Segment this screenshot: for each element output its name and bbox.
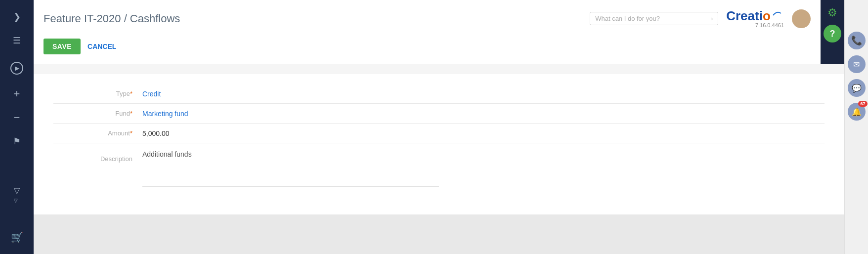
logo-o: o — [763, 8, 771, 23]
main-container: Feature IT-2020 / Cashflows What can I d… — [34, 0, 844, 254]
footer — [34, 214, 844, 254]
logo-atio: ati — [748, 8, 763, 23]
logo-cre: Cre — [726, 8, 747, 23]
sidebar-flag[interactable]: ⚑ — [6, 130, 28, 152]
minus-icon: − — [14, 111, 20, 124]
fund-required: * — [130, 110, 132, 117]
chevron-right-icon: ❯ — [13, 11, 21, 22]
logo-swoosh — [772, 4, 782, 19]
sidebar-menu[interactable]: ☰ — [6, 30, 28, 51]
help-icon[interactable]: ? — [824, 25, 841, 42]
search-chevron-icon: › — [711, 15, 713, 22]
bell-icon-button[interactable]: 🔔 67 — [848, 103, 866, 121]
sidebar-minus[interactable]: − — [6, 107, 28, 128]
page-title: Feature IT-2020 / Cashflows — [43, 12, 180, 25]
bell-icon: 🔔 — [852, 107, 862, 117]
svg-point-0 — [797, 12, 805, 20]
flag-icon: ⚑ — [13, 136, 21, 147]
header-side-icons: ⚙ ? — [821, 0, 844, 64]
phone-icon: 📞 — [851, 35, 862, 46]
form-inner: Type* Credit Fund* Marketing fund Amount… — [34, 74, 844, 214]
gear-icon[interactable]: ⚙ — [824, 4, 841, 22]
logo-area: Creatio 7.16.0.4461 — [726, 9, 784, 28]
search-placeholder: What can I do for you? — [595, 15, 711, 22]
form-row-description: Description Additional funds — [53, 143, 825, 192]
header-actions: SAVE CANCEL — [43, 39, 811, 58]
play-icon: ▶ — [10, 62, 23, 75]
notification-badge: 67 — [858, 101, 867, 107]
menu-icon: ☰ — [13, 35, 21, 46]
amount-label: Amount* — [53, 128, 142, 137]
form-row-type: Type* Credit — [53, 84, 825, 104]
type-value[interactable]: Credit — [142, 89, 439, 98]
plus-icon: + — [14, 87, 20, 100]
form-row-amount: Amount* 5,000.00 — [53, 124, 825, 143]
form-container: Type* Credit Fund* Marketing fund Amount… — [34, 64, 844, 214]
amount-value[interactable]: 5,000.00 — [142, 128, 439, 137]
fund-label: Fund* — [53, 109, 142, 117]
description-text: Additional funds — [142, 148, 439, 162]
header: Feature IT-2020 / Cashflows What can I d… — [34, 0, 821, 64]
save-button[interactable]: SAVE — [43, 39, 81, 54]
svg-point-1 — [795, 21, 808, 28]
sidebar-collapse[interactable]: ❯ — [6, 6, 28, 28]
fund-value[interactable]: Marketing fund — [142, 109, 439, 118]
description-label: Description — [53, 148, 142, 163]
sidebar-play[interactable]: ▶ — [6, 57, 28, 79]
form-row-fund: Fund* Marketing fund — [53, 104, 825, 124]
amount-required: * — [130, 129, 132, 137]
top-area: Feature IT-2020 / Cashflows What can I d… — [34, 0, 844, 64]
logo: Creatio — [726, 9, 784, 22]
sidebar-filter[interactable]: ▽▽ — [6, 184, 28, 206]
filter-icon: ▽▽ — [14, 186, 20, 204]
chat-icon-button[interactable]: 💬 — [848, 79, 866, 97]
header-right: What can I do for you? › Creatio 7.16.0.… — [590, 9, 811, 28]
sidebar-add[interactable]: + — [6, 83, 28, 105]
right-panel: 📞 ✉ 💬 🔔 67 — [844, 0, 868, 254]
phone-icon-button[interactable]: 📞 — [848, 32, 866, 49]
avatar[interactable] — [792, 9, 811, 28]
type-required: * — [130, 90, 132, 97]
description-field-wrapper: Additional funds — [142, 148, 439, 187]
type-label: Type* — [53, 89, 142, 97]
left-sidebar: ❯ ☰ ▶ + − ⚑ ▽▽ 🛒 — [0, 0, 34, 254]
cart-icon: 🛒 — [11, 231, 23, 243]
logo-version: 7.16.0.4461 — [755, 22, 784, 28]
cancel-button[interactable]: CANCEL — [86, 39, 118, 54]
header-top: Feature IT-2020 / Cashflows What can I d… — [43, 5, 811, 28]
description-input[interactable] — [142, 162, 439, 187]
search-box[interactable]: What can I do for you? › — [590, 12, 718, 25]
mail-icon: ✉ — [853, 60, 860, 69]
mail-icon-button[interactable]: ✉ — [848, 55, 866, 73]
sidebar-cart[interactable]: 🛒 — [6, 226, 28, 248]
chat-icon: 💬 — [852, 84, 862, 93]
